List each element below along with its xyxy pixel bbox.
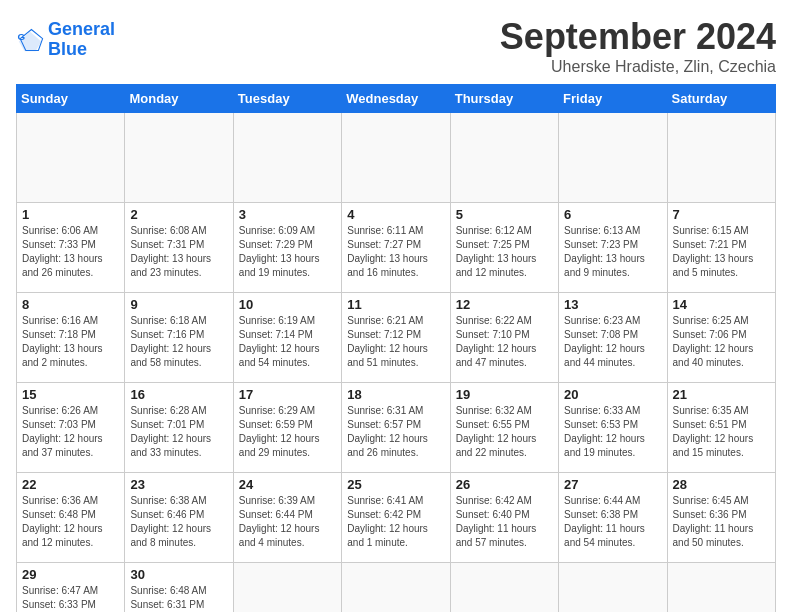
- day-info: Sunrise: 6:32 AM Sunset: 6:55 PM Dayligh…: [456, 404, 553, 460]
- day-info: Sunrise: 6:23 AM Sunset: 7:08 PM Dayligh…: [564, 314, 661, 370]
- day-number: 1: [22, 207, 119, 222]
- calendar-day: 18 Sunrise: 6:31 AM Sunset: 6:57 PM Dayl…: [342, 383, 450, 473]
- calendar-day: 13 Sunrise: 6:23 AM Sunset: 7:08 PM Dayl…: [559, 293, 667, 383]
- calendar-day: 21 Sunrise: 6:35 AM Sunset: 6:51 PM Dayl…: [667, 383, 775, 473]
- logo: G GeneralBlue: [16, 20, 115, 60]
- day-number: 29: [22, 567, 119, 582]
- logo-icon: G: [16, 26, 44, 54]
- calendar-day: 5 Sunrise: 6:12 AM Sunset: 7:25 PM Dayli…: [450, 203, 558, 293]
- day-info: Sunrise: 6:12 AM Sunset: 7:25 PM Dayligh…: [456, 224, 553, 280]
- day-number: 13: [564, 297, 661, 312]
- day-number: 24: [239, 477, 336, 492]
- location: Uherske Hradiste, Zlin, Czechia: [500, 58, 776, 76]
- day-number: 12: [456, 297, 553, 312]
- day-number: 3: [239, 207, 336, 222]
- day-number: 10: [239, 297, 336, 312]
- day-number: 11: [347, 297, 444, 312]
- calendar-day: 20 Sunrise: 6:33 AM Sunset: 6:53 PM Dayl…: [559, 383, 667, 473]
- calendar-day: 2 Sunrise: 6:08 AM Sunset: 7:31 PM Dayli…: [125, 203, 233, 293]
- day-number: 22: [22, 477, 119, 492]
- day-info: Sunrise: 6:19 AM Sunset: 7:14 PM Dayligh…: [239, 314, 336, 370]
- calendar-day: 3 Sunrise: 6:09 AM Sunset: 7:29 PM Dayli…: [233, 203, 341, 293]
- calendar-day: 28 Sunrise: 6:45 AM Sunset: 6:36 PM Dayl…: [667, 473, 775, 563]
- day-info: Sunrise: 6:39 AM Sunset: 6:44 PM Dayligh…: [239, 494, 336, 550]
- calendar-day: 24 Sunrise: 6:39 AM Sunset: 6:44 PM Dayl…: [233, 473, 341, 563]
- day-info: Sunrise: 6:38 AM Sunset: 6:46 PM Dayligh…: [130, 494, 227, 550]
- weekday-header: Tuesday: [233, 85, 341, 113]
- day-number: 9: [130, 297, 227, 312]
- month-title: September 2024: [500, 16, 776, 58]
- empty-cell: [342, 113, 450, 203]
- calendar: SundayMondayTuesdayWednesdayThursdayFrid…: [16, 84, 776, 612]
- empty-cell: [559, 563, 667, 613]
- day-number: 14: [673, 297, 770, 312]
- day-info: Sunrise: 6:13 AM Sunset: 7:23 PM Dayligh…: [564, 224, 661, 280]
- calendar-day: 19 Sunrise: 6:32 AM Sunset: 6:55 PM Dayl…: [450, 383, 558, 473]
- day-info: Sunrise: 6:42 AM Sunset: 6:40 PM Dayligh…: [456, 494, 553, 550]
- weekday-header: Wednesday: [342, 85, 450, 113]
- empty-cell: [233, 563, 341, 613]
- day-info: Sunrise: 6:33 AM Sunset: 6:53 PM Dayligh…: [564, 404, 661, 460]
- day-info: Sunrise: 6:31 AM Sunset: 6:57 PM Dayligh…: [347, 404, 444, 460]
- day-info: Sunrise: 6:28 AM Sunset: 7:01 PM Dayligh…: [130, 404, 227, 460]
- day-info: Sunrise: 6:26 AM Sunset: 7:03 PM Dayligh…: [22, 404, 119, 460]
- day-info: Sunrise: 6:41 AM Sunset: 6:42 PM Dayligh…: [347, 494, 444, 550]
- day-number: 17: [239, 387, 336, 402]
- calendar-day: 25 Sunrise: 6:41 AM Sunset: 6:42 PM Dayl…: [342, 473, 450, 563]
- calendar-day: 4 Sunrise: 6:11 AM Sunset: 7:27 PM Dayli…: [342, 203, 450, 293]
- day-number: 21: [673, 387, 770, 402]
- weekday-header: Friday: [559, 85, 667, 113]
- calendar-day: 29 Sunrise: 6:47 AM Sunset: 6:33 PM Dayl…: [17, 563, 125, 613]
- weekday-header: Monday: [125, 85, 233, 113]
- calendar-day: 26 Sunrise: 6:42 AM Sunset: 6:40 PM Dayl…: [450, 473, 558, 563]
- calendar-day: 16 Sunrise: 6:28 AM Sunset: 7:01 PM Dayl…: [125, 383, 233, 473]
- calendar-day: 8 Sunrise: 6:16 AM Sunset: 7:18 PM Dayli…: [17, 293, 125, 383]
- day-info: Sunrise: 6:22 AM Sunset: 7:10 PM Dayligh…: [456, 314, 553, 370]
- day-number: 4: [347, 207, 444, 222]
- day-info: Sunrise: 6:08 AM Sunset: 7:31 PM Dayligh…: [130, 224, 227, 280]
- calendar-day: 30 Sunrise: 6:48 AM Sunset: 6:31 PM Dayl…: [125, 563, 233, 613]
- calendar-day: 12 Sunrise: 6:22 AM Sunset: 7:10 PM Dayl…: [450, 293, 558, 383]
- day-info: Sunrise: 6:25 AM Sunset: 7:06 PM Dayligh…: [673, 314, 770, 370]
- day-number: 6: [564, 207, 661, 222]
- day-number: 2: [130, 207, 227, 222]
- calendar-day: 11 Sunrise: 6:21 AM Sunset: 7:12 PM Dayl…: [342, 293, 450, 383]
- day-info: Sunrise: 6:09 AM Sunset: 7:29 PM Dayligh…: [239, 224, 336, 280]
- calendar-day: 14 Sunrise: 6:25 AM Sunset: 7:06 PM Dayl…: [667, 293, 775, 383]
- day-number: 25: [347, 477, 444, 492]
- day-info: Sunrise: 6:36 AM Sunset: 6:48 PM Dayligh…: [22, 494, 119, 550]
- weekday-header: Sunday: [17, 85, 125, 113]
- day-number: 5: [456, 207, 553, 222]
- empty-cell: [450, 563, 558, 613]
- calendar-day: 22 Sunrise: 6:36 AM Sunset: 6:48 PM Dayl…: [17, 473, 125, 563]
- calendar-day: 1 Sunrise: 6:06 AM Sunset: 7:33 PM Dayli…: [17, 203, 125, 293]
- day-number: 26: [456, 477, 553, 492]
- day-info: Sunrise: 6:11 AM Sunset: 7:27 PM Dayligh…: [347, 224, 444, 280]
- day-number: 19: [456, 387, 553, 402]
- empty-cell: [342, 563, 450, 613]
- day-info: Sunrise: 6:06 AM Sunset: 7:33 PM Dayligh…: [22, 224, 119, 280]
- calendar-day: 7 Sunrise: 6:15 AM Sunset: 7:21 PM Dayli…: [667, 203, 775, 293]
- empty-cell: [125, 113, 233, 203]
- day-number: 16: [130, 387, 227, 402]
- calendar-day: 10 Sunrise: 6:19 AM Sunset: 7:14 PM Dayl…: [233, 293, 341, 383]
- weekday-header: Saturday: [667, 85, 775, 113]
- day-number: 30: [130, 567, 227, 582]
- empty-cell: [667, 113, 775, 203]
- day-info: Sunrise: 6:15 AM Sunset: 7:21 PM Dayligh…: [673, 224, 770, 280]
- day-number: 7: [673, 207, 770, 222]
- empty-cell: [17, 113, 125, 203]
- day-info: Sunrise: 6:16 AM Sunset: 7:18 PM Dayligh…: [22, 314, 119, 370]
- calendar-day: 17 Sunrise: 6:29 AM Sunset: 6:59 PM Dayl…: [233, 383, 341, 473]
- day-info: Sunrise: 6:47 AM Sunset: 6:33 PM Dayligh…: [22, 584, 119, 612]
- logo-text: GeneralBlue: [48, 20, 115, 60]
- day-number: 18: [347, 387, 444, 402]
- calendar-day: 23 Sunrise: 6:38 AM Sunset: 6:46 PM Dayl…: [125, 473, 233, 563]
- empty-cell: [559, 113, 667, 203]
- calendar-day: 15 Sunrise: 6:26 AM Sunset: 7:03 PM Dayl…: [17, 383, 125, 473]
- day-info: Sunrise: 6:29 AM Sunset: 6:59 PM Dayligh…: [239, 404, 336, 460]
- day-number: 8: [22, 297, 119, 312]
- day-info: Sunrise: 6:18 AM Sunset: 7:16 PM Dayligh…: [130, 314, 227, 370]
- day-info: Sunrise: 6:45 AM Sunset: 6:36 PM Dayligh…: [673, 494, 770, 550]
- day-info: Sunrise: 6:21 AM Sunset: 7:12 PM Dayligh…: [347, 314, 444, 370]
